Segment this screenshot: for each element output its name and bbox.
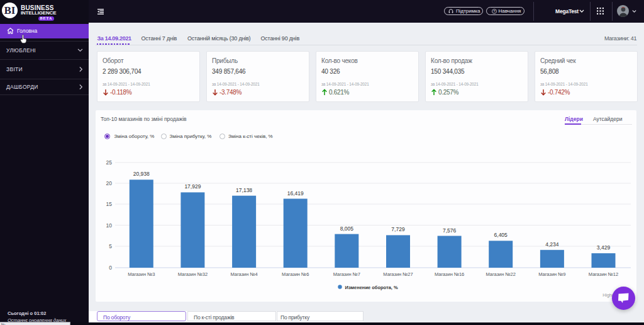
svg-text:3,429: 3,429: [597, 244, 611, 251]
svg-text:Магазин №16: Магазин №16: [435, 271, 464, 277]
svg-text:17,929: 17,929: [184, 183, 201, 190]
svg-text:10: 10: [106, 222, 113, 229]
svg-text:Магазин №32: Магазин №32: [178, 271, 208, 277]
svg-text:Магазин №22: Магазин №22: [486, 271, 515, 277]
svg-text:17,138: 17,138: [236, 187, 252, 193]
svg-text:20: 20: [106, 180, 113, 186]
svg-text:?: ?: [493, 9, 495, 13]
svg-text:7,576: 7,576: [443, 227, 457, 234]
svg-text:25: 25: [106, 159, 113, 166]
svg-text:Магазин №7: Магазин №7: [333, 271, 360, 277]
svg-text:Магазин №4: Магазин №4: [230, 271, 257, 277]
svg-text:15: 15: [106, 201, 113, 207]
svg-text:4,234: 4,234: [545, 241, 559, 248]
svg-text:Магазин №27: Магазин №27: [383, 271, 413, 277]
svg-text:Магазин №3: Магазин №3: [128, 271, 155, 277]
svg-text:Магазин №9: Магазин №9: [538, 271, 565, 277]
svg-text:16,419: 16,419: [287, 190, 304, 197]
svg-text:0: 0: [109, 265, 112, 271]
svg-text:7,729: 7,729: [391, 226, 405, 232]
svg-text:Магазин №6: Магазин №6: [282, 271, 309, 277]
svg-text:20,938: 20,938: [133, 171, 150, 177]
svg-text:5: 5: [109, 243, 112, 249]
svg-text:6,405: 6,405: [494, 232, 508, 238]
svg-text:8,005: 8,005: [340, 225, 354, 232]
svg-text:Изменение оборота, %: Изменение оборота, %: [345, 285, 399, 290]
svg-text:Магазин №12: Магазин №12: [589, 271, 618, 277]
